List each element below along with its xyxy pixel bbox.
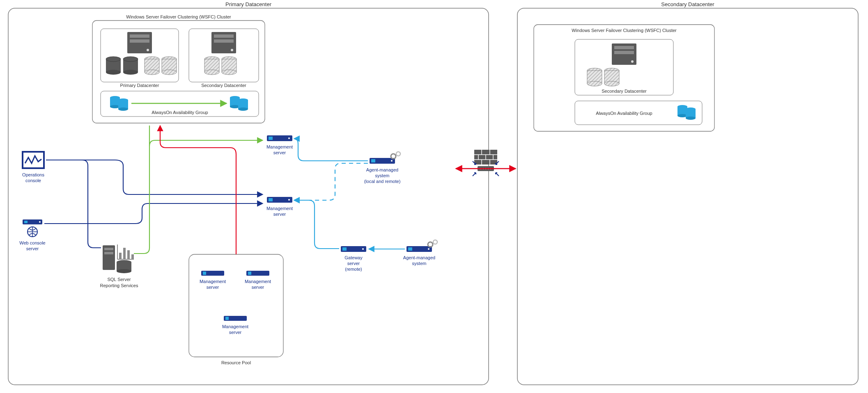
pool-mgmt-2 <box>246 271 269 276</box>
gear-icon <box>428 240 437 247</box>
sql-reporting-services <box>103 244 134 273</box>
svg-rect-134 <box>517 8 858 385</box>
alwayson-ag-primary: AlwaysOn Availability Group <box>101 91 259 117</box>
svg-point-15 <box>123 70 138 75</box>
secondary-datacenter-title: Secondary Datacenter <box>661 1 714 7</box>
primary-datacenter-group: Primary Datacenter Windows Server Failov… <box>8 1 489 385</box>
svg-rect-139 <box>614 51 634 54</box>
ag-label-secondary: AlwaysOn Availability Group <box>596 111 652 116</box>
svg-point-27 <box>231 49 233 51</box>
svg-rect-87 <box>371 159 375 162</box>
svg-rect-138 <box>614 46 634 49</box>
operations-console <box>23 152 44 168</box>
gear-icon <box>391 152 400 159</box>
secondary-datacenter-group: Secondary Datacenter Windows Server Fail… <box>517 1 858 385</box>
gateway-server <box>341 246 366 252</box>
resource-pool-label: Resource Pool <box>221 360 251 365</box>
svg-text:server: server <box>229 330 242 335</box>
svg-point-140 <box>631 60 634 63</box>
db-icon-hatched <box>145 57 159 75</box>
web-to-mgmt2-line <box>44 203 263 224</box>
svg-text:server: server <box>273 150 286 155</box>
svg-rect-109 <box>248 272 251 275</box>
svg-rect-6 <box>130 34 149 38</box>
management-server-2 <box>267 197 292 203</box>
svg-text:console: console <box>25 178 41 183</box>
ag-label-primary: AlwaysOn Availability Group <box>152 110 208 115</box>
management-server-1 <box>267 135 292 141</box>
svg-point-70 <box>288 137 290 139</box>
svg-rect-81 <box>342 247 347 251</box>
svg-point-90 <box>396 152 400 156</box>
ops-to-sql-line <box>46 160 101 248</box>
svg-point-96 <box>428 248 429 250</box>
svg-point-11 <box>106 70 121 75</box>
svg-point-143 <box>587 81 602 86</box>
svg-text:(local and remote): (local and remote) <box>364 179 401 184</box>
replica-label-secondary: Secondary Datacenter <box>602 89 647 94</box>
svg-rect-62 <box>123 248 126 259</box>
svg-point-146 <box>604 81 619 86</box>
svg-rect-7 <box>130 39 149 43</box>
svg-text:(remote): (remote) <box>345 267 362 272</box>
db-icon-blue <box>118 98 128 111</box>
svg-text:Agent-managed: Agent-managed <box>403 255 435 260</box>
svg-text:Management: Management <box>266 206 293 211</box>
svg-point-82 <box>362 248 364 250</box>
svg-rect-58 <box>104 252 113 254</box>
svg-rect-63 <box>127 250 130 259</box>
agent-managed-remote <box>406 240 437 252</box>
svg-text:server: server <box>252 285 264 290</box>
agent-local-to-mgmt2-dashed <box>294 163 368 200</box>
agent-managed-local <box>370 152 400 164</box>
sql-reporting-l1: SQL Server <box>107 277 131 282</box>
replica-primary: Primary Datacenter <box>101 29 179 88</box>
db-icon-blue <box>686 107 696 120</box>
wsfc-title-primary: Windows Server Failover Clustering (WSFC… <box>126 14 231 19</box>
svg-text:Management: Management <box>200 279 226 284</box>
pool-to-wsfc-line <box>160 126 236 254</box>
pool-mgmt-1 <box>201 271 224 276</box>
wsfc-cluster-secondary: Windows Server Failover Clustering (WSFC… <box>534 25 714 131</box>
agent-local-to-mgmt1 <box>294 139 368 161</box>
svg-rect-50 <box>24 221 28 223</box>
primary-datacenter-title: Primary Datacenter <box>225 1 272 7</box>
svg-text:server: server <box>347 261 360 266</box>
web-console-server <box>23 219 42 237</box>
diagram-canvas: Primary Datacenter Windows Server Failov… <box>0 0 868 393</box>
svg-point-46 <box>238 107 248 111</box>
svg-point-98 <box>433 240 437 244</box>
svg-text:Gateway: Gateway <box>344 255 363 260</box>
svg-point-76 <box>288 199 290 201</box>
svg-text:Management: Management <box>245 279 271 284</box>
svg-point-33 <box>222 70 237 75</box>
svg-rect-104 <box>203 272 206 275</box>
svg-text:server: server <box>273 212 286 217</box>
svg-point-88 <box>391 160 393 162</box>
svg-rect-69 <box>269 137 273 140</box>
svg-text:Management: Management <box>222 324 248 329</box>
svg-rect-61 <box>119 253 122 259</box>
svg-point-8 <box>147 49 149 51</box>
svg-point-153 <box>686 117 696 120</box>
gateway-to-mgmt2 <box>294 200 339 249</box>
resource-pool: Management Management server server Mana… <box>189 254 283 365</box>
svg-text:server: server <box>26 246 39 251</box>
db-icon-hatched <box>222 57 237 75</box>
ops-console-label-l1: Operations <box>22 172 44 177</box>
svg-text:system: system <box>412 261 427 266</box>
svg-point-40 <box>118 107 128 111</box>
db-icon-dark <box>123 57 138 75</box>
firewall-icon <box>473 150 499 176</box>
svg-rect-75 <box>269 198 273 201</box>
svg-text:Agent-managed: Agent-managed <box>366 167 398 172</box>
svg-rect-102 <box>189 254 283 357</box>
svg-text:system: system <box>375 173 390 178</box>
server-icon <box>127 32 152 53</box>
svg-point-51 <box>39 221 41 223</box>
db-icon-hatched <box>604 68 619 86</box>
svg-point-22 <box>162 70 177 75</box>
replica-secondary-label: Secondary Datacenter <box>201 83 246 88</box>
svg-rect-114 <box>225 317 229 320</box>
svg-point-19 <box>145 70 159 75</box>
